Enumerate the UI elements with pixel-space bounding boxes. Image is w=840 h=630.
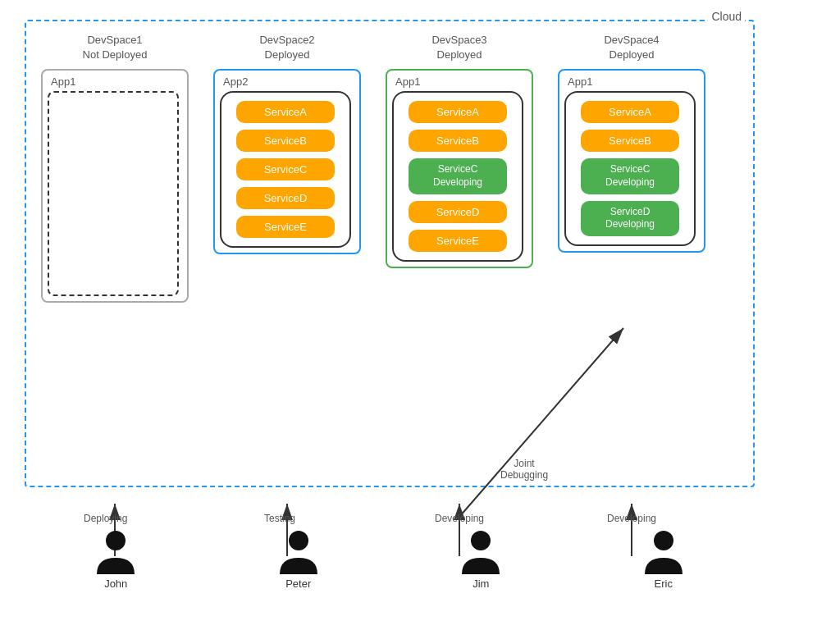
person-john-name: John bbox=[104, 578, 127, 590]
svg-point-9 bbox=[654, 531, 673, 550]
devspace3-app-box: ServiceA ServiceB ServiceCDeveloping Ser… bbox=[392, 91, 523, 261]
diagram-container: Cloud DevSpace1Not Deployed App1 DevSpac… bbox=[16, 8, 824, 622]
svg-point-8 bbox=[471, 531, 491, 550]
person-eric: Eric bbox=[643, 529, 684, 590]
devspace4-serviceC: ServiceCDeveloping bbox=[581, 158, 679, 194]
jim-action: Developing bbox=[435, 513, 484, 524]
devspace2-outer-box: App2 ServiceA ServiceB ServiceC ServiceD… bbox=[213, 69, 361, 254]
person-john-icon bbox=[95, 529, 136, 574]
devspace4-serviceB: ServiceB bbox=[581, 130, 679, 152]
devspace4-app-box: ServiceA ServiceB ServiceCDeveloping Ser… bbox=[564, 91, 696, 245]
devspace4-serviceA: ServiceA bbox=[581, 101, 679, 123]
devspace3-serviceB: ServiceB bbox=[409, 130, 507, 152]
devspace4-serviceD: ServiceDDeveloping bbox=[581, 201, 679, 236]
cloud-label: Cloud bbox=[708, 10, 745, 23]
devspace4-column: DevSpace4Deployed App1 ServiceA ServiceB… bbox=[558, 33, 705, 253]
devspace4-app-label: App1 bbox=[568, 75, 699, 88]
person-jim: Jim bbox=[460, 529, 501, 590]
devspace2-title: DevSpace2Deployed bbox=[259, 33, 314, 62]
devspace4-outer-box: App1 ServiceA ServiceB ServiceCDevelopin… bbox=[558, 69, 705, 252]
peter-action: Testing bbox=[264, 513, 295, 524]
people-row: John Peter Jim Eric bbox=[25, 529, 755, 590]
person-eric-icon bbox=[643, 529, 684, 574]
person-peter-name: Peter bbox=[285, 578, 311, 590]
devspace3-outer-box: App1 ServiceA ServiceB ServiceCDevelopin… bbox=[386, 69, 533, 267]
eric-action: Developing bbox=[607, 513, 656, 524]
person-john: John bbox=[95, 529, 136, 590]
person-jim-icon bbox=[460, 529, 501, 574]
joint-debugging-label: JointDebugging bbox=[500, 458, 548, 481]
devspace2-app-box: ServiceA ServiceB ServiceC ServiceD Serv… bbox=[220, 91, 351, 248]
devspace1-app-label: App1 bbox=[51, 75, 182, 88]
devspace2-serviceB: ServiceB bbox=[236, 130, 335, 152]
person-peter-icon bbox=[278, 529, 319, 574]
person-eric-name: Eric bbox=[655, 578, 673, 590]
devspace2-serviceC: ServiceC bbox=[236, 158, 335, 180]
person-jim-name: Jim bbox=[472, 578, 489, 590]
devspace3-app-label: App1 bbox=[395, 75, 527, 88]
svg-point-7 bbox=[289, 531, 308, 550]
person-peter: Peter bbox=[278, 529, 319, 590]
devspace2-app-label: App2 bbox=[223, 75, 354, 88]
john-action: Deploying bbox=[84, 513, 127, 524]
devspace4-title: DevSpace4Deployed bbox=[604, 33, 659, 62]
devspace3-column: DevSpace3Deployed App1 ServiceA ServiceB… bbox=[386, 33, 533, 268]
devspace3-serviceA: ServiceA bbox=[409, 101, 507, 123]
devspace1-title: DevSpace1Not Deployed bbox=[83, 33, 148, 62]
devspace3-serviceC: ServiceCDeveloping bbox=[409, 158, 507, 194]
devspace1-column: DevSpace1Not Deployed App1 bbox=[41, 33, 189, 303]
devspace3-serviceD: ServiceD bbox=[409, 201, 507, 223]
devspace2-serviceD: ServiceD bbox=[236, 187, 335, 209]
devspace1-app-box bbox=[48, 91, 179, 296]
svg-point-6 bbox=[106, 531, 126, 550]
devspace2-serviceA: ServiceA bbox=[236, 101, 335, 123]
devspace3-title: DevSpace3Deployed bbox=[431, 33, 486, 62]
devspace2-column: DevSpace2Deployed App2 ServiceA ServiceB… bbox=[213, 33, 361, 254]
devspace2-serviceE: ServiceE bbox=[236, 216, 335, 238]
devspace3-serviceE: ServiceE bbox=[409, 230, 507, 252]
